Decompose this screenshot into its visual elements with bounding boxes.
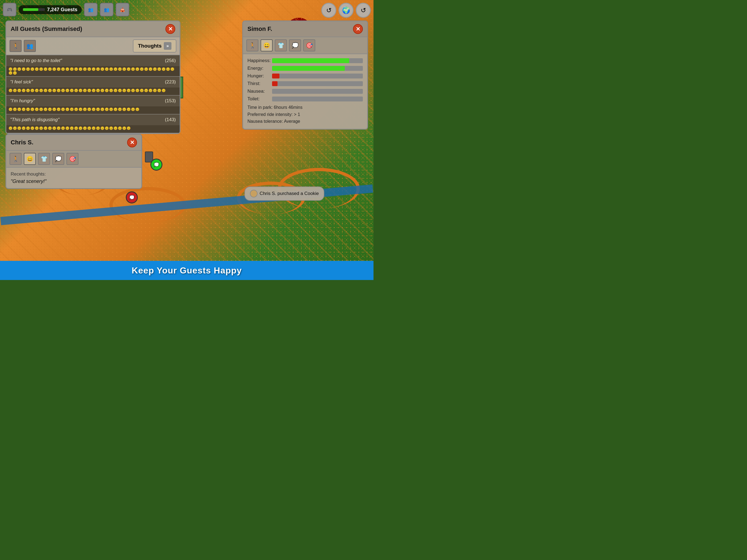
thought-item-3[interactable]: "I'm hungry" (153) 😐😐😐😐😐😐😐😐😐😐😐😐😐😐😐😐😐😐😐😐😐… <box>6 96 180 114</box>
thought-item-2[interactable]: "I feel sick" (223) 😐😐😐😐😐😐😐😐😐😐😐😐😐😐😐😐😐😐😐😐… <box>6 77 180 96</box>
recent-thoughts-label: Recent thoughts: <box>11 172 137 177</box>
stat-hunger-label: Hunger: <box>248 73 269 79</box>
chris-title: Chris S. <box>11 139 33 146</box>
simon-tab-shirt[interactable]: 👕 <box>275 40 287 51</box>
all-guests-title: All Guests (Summarised) <box>11 25 82 32</box>
thought-text-row-1: "I need to go to the toilet" (256) <box>6 55 180 66</box>
purchase-notification: Chris S. purchased a Cookie <box>244 186 324 201</box>
stat-nausea-label: Nausea: <box>248 88 269 94</box>
thought-text-1: "I need to go to the toilet" <box>10 58 62 63</box>
health-bar-1-fill <box>23 8 38 11</box>
tab-icon-person[interactable]: 🚶 <box>9 40 22 52</box>
thoughts-dropdown[interactable]: Thoughts » <box>133 40 176 52</box>
simon-close-button[interactable]: ✕ <box>353 24 363 34</box>
thought-text-row-2: "I feel sick" (223) <box>6 77 180 87</box>
guests-icon-3[interactable]: 🎪 <box>115 3 129 17</box>
stat-happiness: Happiness: <box>248 58 363 63</box>
simon-info: Time in park: 6hours 46mins Preferred ri… <box>248 104 363 125</box>
rotate-button[interactable]: ↺ <box>321 3 336 18</box>
chris-tab-target[interactable]: 🎯 <box>67 153 78 165</box>
simon-tab-target[interactable]: 🎯 <box>303 40 315 51</box>
simon-tab-happy[interactable]: 😄 <box>261 40 273 51</box>
simon-title: Simon F. <box>248 25 272 32</box>
notification-text: Chris S. purchased a Cookie <box>260 191 319 196</box>
faces-row-2: 😐😐😐😐😐😐😐😐😐😐😐😐😐😐😐😐😐😐😐😐😐😐😐😐😐😐😐😐😐😐😐😐😐😐😐😐 <box>8 88 166 94</box>
top-toolbar: 🎮 7,247 Guests 👥 👥 🎪 <box>3 3 129 17</box>
thought-item-1[interactable]: "I need to go to the toilet" (256) 😐😐😐😐😐… <box>6 55 180 77</box>
health-bars <box>23 8 45 11</box>
thought-count-4: (143) <box>165 117 176 123</box>
close-icon: ✕ <box>168 26 173 32</box>
thought-item-4[interactable]: "This path is disgusting" (143) 😐😐😐😐😐😐😐😐… <box>6 114 180 133</box>
stat-nausea: Nausea: <box>248 88 363 94</box>
chris-panel: Chris S. ✕ 🚶 😄 👕 💭 🎯 Recent thoughts: "G… <box>5 134 142 189</box>
stat-happiness-fill <box>272 58 349 63</box>
thought-count-2: (223) <box>165 79 176 85</box>
recent-thought-text: "Great scenery!" <box>11 179 137 184</box>
guests-icon-1[interactable]: 👥 <box>84 3 98 17</box>
guest-count-label: 7,247 Guests <box>47 7 77 12</box>
stat-energy: Energy: <box>248 66 363 71</box>
simon-stats: Happiness: Energy: Hunger: Thirst: <box>243 54 367 129</box>
thought-faces-4: 😐😐😐😐😐😐😐😐😐😐😐😐😐😐😐😐😐😐😐😐😐😐😐😐😐😐😐😐 <box>6 125 180 133</box>
stat-thirst-bar <box>272 81 363 86</box>
bubble-green-icon: 💭 <box>154 162 159 167</box>
speech-bubble-green[interactable]: 💭 <box>150 159 162 171</box>
dropdown-label: Thoughts <box>138 43 162 49</box>
bottom-bar-text: Keep Your Guests Happy <box>131 265 242 276</box>
chris-thoughts: Recent thoughts: "Great scenery!" <box>6 168 141 188</box>
stat-hunger: Hunger: <box>248 73 363 79</box>
guest-count-container: 7,247 Guests <box>19 5 82 14</box>
all-guests-close-button[interactable]: ✕ <box>165 24 175 34</box>
chris-tabs: 🚶 😄 👕 💭 🎯 <box>6 151 141 168</box>
chris-tab-thought[interactable]: 💭 <box>52 153 64 165</box>
stat-thirst-label: Thirst: <box>248 81 269 86</box>
time-in-park: Time in park: 6hours 46mins <box>248 104 363 111</box>
dropdown-arrow-icon: » <box>164 42 172 50</box>
bottom-bar: Keep Your Guests Happy <box>0 261 374 280</box>
nausea-tolerance: Nausea tolerance: Average <box>248 118 363 125</box>
all-guests-panel: All Guests (Summarised) ✕ 🚶 👥 Thoughts »… <box>5 21 180 134</box>
player-icon[interactable]: 🎮 <box>3 3 17 17</box>
stat-nausea-bar <box>272 89 363 94</box>
faces-row-4: 😐😐😐😐😐😐😐😐😐😐😐😐😐😐😐😐😐😐😐😐😐😐😐😐😐😐😐😐 <box>8 126 131 132</box>
thought-faces-3: 😐😐😐😐😐😐😐😐😐😐😐😐😐😐😐😐😐😐😐😐😐😐😐😐😐😐😐😐😐😐 <box>6 106 180 114</box>
faces-row-1: 😐😐😐😐😐😐😐😐😐😐😐😐😐😐😐😐😐😐😐😐😐😐😐😐😐😐😐😐😐😐😐😐😐😐😐😐😐😐😐😐 <box>8 67 177 75</box>
health-bar-1 <box>23 8 45 11</box>
thought-text-4: "This path is disgusting" <box>10 117 59 123</box>
chris-tab-walk[interactable]: 🚶 <box>9 153 22 165</box>
refresh-icon: ↺ <box>361 6 366 14</box>
stat-energy-label: Energy: <box>248 66 269 71</box>
rotate-icon: ↺ <box>326 6 332 14</box>
thought-count-3: (153) <box>165 98 176 104</box>
simon-tabs: 🚶 😄 👕 💭 🎯 <box>243 37 367 54</box>
stat-energy-fill <box>272 66 345 71</box>
chris-close-button[interactable]: ✕ <box>127 137 137 147</box>
chevron-icon: » <box>166 44 169 48</box>
stat-hunger-bar <box>272 74 363 78</box>
stat-hunger-fill <box>272 74 279 78</box>
guests-icon-2[interactable]: 👥 <box>100 3 113 17</box>
thought-text-3: "I'm hungry" <box>10 98 35 104</box>
thought-text-row-4: "This path is disgusting" (143) <box>6 114 180 125</box>
globe-button[interactable]: 🌍 <box>338 3 354 18</box>
simon-panel: Simon F. ✕ 🚶 😄 👕 💭 🎯 Happiness: Energy: … <box>242 21 368 130</box>
speech-bubble-red[interactable]: 💭 <box>126 192 138 203</box>
cookie-icon <box>250 190 258 198</box>
refresh-button[interactable]: ↺ <box>356 3 371 18</box>
globe-icon: 🌍 <box>342 6 350 14</box>
chris-tab-shirt[interactable]: 👕 <box>38 153 50 165</box>
all-guests-header: All Guests (Summarised) ✕ <box>6 21 180 37</box>
stat-toilet: Toilet: <box>248 96 363 102</box>
simon-tab-thought[interactable]: 💭 <box>289 40 301 51</box>
faces-row-3: 😐😐😐😐😐😐😐😐😐😐😐😐😐😐😐😐😐😐😐😐😐😐😐😐😐😐😐😐😐😐 <box>8 107 140 113</box>
simon-tab-walk[interactable]: 🚶 <box>247 40 258 51</box>
stat-toilet-bar <box>272 97 363 101</box>
tab-icon-group[interactable]: 👥 <box>24 40 36 52</box>
thought-count-1: (256) <box>165 58 176 63</box>
chris-tab-happy[interactable]: 😄 <box>24 153 36 165</box>
stat-thirst-fill <box>272 81 278 86</box>
thoughts-list: "I need to go to the toilet" (256) 😐😐😐😐😐… <box>6 55 180 133</box>
close-icon: ✕ <box>130 139 134 146</box>
top-right-controls: ↺ 🌍 ↺ <box>321 3 371 18</box>
